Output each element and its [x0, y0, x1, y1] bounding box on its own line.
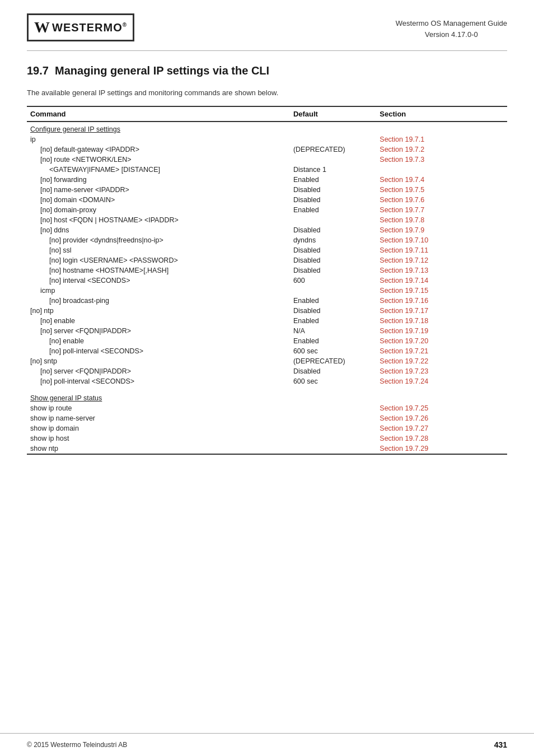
default-cell	[291, 286, 377, 296]
section-cell: Section 19.7.9	[377, 225, 507, 235]
section-cell: Section 19.7.5	[377, 185, 507, 195]
table-header-row: Command Default Section	[27, 106, 507, 122]
copyright-text: © 2015 Westermo Teleindustri AB	[27, 741, 127, 749]
section-cell: Section 19.7.29	[377, 444, 507, 454]
section-link[interactable]: Section 19.7.2	[380, 146, 424, 153]
table-row: [no] domain-proxyEnabledSection 19.7.7	[27, 205, 507, 215]
cmd-cell: [no] poll-interval <SECONDS>	[27, 346, 291, 356]
section-link[interactable]: Section 19.7.22	[380, 357, 428, 365]
default-cell: dyndns	[291, 235, 377, 245]
default-cell: Disabled	[291, 366, 377, 376]
section-link[interactable]: Section 19.7.20	[380, 337, 428, 345]
table-row: show ntpSection 19.7.29	[27, 444, 507, 454]
section-link[interactable]: Section 19.7.15	[380, 287, 428, 295]
default-cell: Disabled	[291, 225, 377, 235]
section-cell: Section 19.7.28	[377, 433, 507, 444]
default-cell	[291, 413, 377, 423]
section-link[interactable]: Section 19.7.11	[380, 246, 428, 254]
section-link[interactable]: Section 19.7.25	[380, 404, 428, 412]
section-link[interactable]: Section 19.7.28	[380, 435, 428, 442]
section-link[interactable]: Section 19.7.6	[380, 196, 424, 204]
section-link[interactable]: Section 19.7.18	[380, 317, 428, 325]
section-cell: Section 19.7.26	[377, 413, 507, 423]
section-link[interactable]: Section 19.7.17	[380, 307, 428, 315]
section-link[interactable]: Section 19.7.23	[380, 367, 428, 375]
table-row: [no] ntpDisabledSection 19.7.17	[27, 306, 507, 316]
cmd-cell: [no] sntp	[27, 356, 291, 366]
cmd-cell: [no] ddns	[27, 225, 291, 235]
section-link[interactable]: Section 19.7.12	[380, 256, 428, 264]
table-row: [no] domain <DOMAIN>DisabledSection 19.7…	[27, 195, 507, 205]
table-row: [no] sslDisabledSection 19.7.11	[27, 245, 507, 255]
section-link[interactable]: Section 19.7.1	[380, 136, 424, 143]
col-default: Default	[291, 106, 377, 122]
table-row: [no] enableEnabledSection 19.7.20	[27, 336, 507, 346]
section-link[interactable]: Section 19.7.14	[380, 277, 428, 284]
section-cell: Section 19.7.21	[377, 346, 507, 356]
section-link[interactable]: Section 19.7.16	[380, 297, 428, 305]
section-link[interactable]: Section 19.7.5	[380, 186, 424, 194]
section-cell: Section 19.7.12	[377, 255, 507, 265]
intro-text: The available general IP settings and mo…	[27, 88, 507, 97]
table-row: [no] server <FQDN|IPADDR>DisabledSection…	[27, 366, 507, 376]
main-content: 19.7 Managing general IP settings via th…	[0, 64, 534, 455]
cmd-cell: show ip domain	[27, 423, 291, 433]
table-row: [no] forwardingEnabledSection 19.7.4	[27, 175, 507, 185]
default-cell: N/A	[291, 326, 377, 336]
page-header: W WESTErmo® Westermo OS Management Guide…	[0, 0, 534, 50]
table-row: [no] name-server <IPADDR>DisabledSection…	[27, 185, 507, 195]
section-cell: Section 19.7.4	[377, 175, 507, 185]
section-cell: Section 19.7.10	[377, 235, 507, 245]
section-link[interactable]: Section 19.7.3	[380, 156, 424, 164]
section-link[interactable]: Section 19.7.10	[380, 236, 428, 244]
default-cell	[291, 403, 377, 413]
table-row: show ip routeSection 19.7.25	[27, 403, 507, 413]
logo-w-icon: W	[34, 18, 50, 36]
table-row: [no] interval <SECONDS>600Section 19.7.1…	[27, 276, 507, 286]
default-cell: 600 sec	[291, 376, 377, 386]
default-cell: (DEPRECATED)	[291, 356, 377, 366]
section-link[interactable]: Section 19.7.21	[380, 347, 428, 355]
table-row: [no] sntp(DEPRECATED)Section 19.7.22	[27, 356, 507, 366]
doc-version: Version 4.17.0-0	[396, 29, 507, 40]
table-row: [no] provider <dyndns|freedns|no-ip>dynd…	[27, 235, 507, 245]
section-link[interactable]: Section 19.7.27	[380, 424, 428, 432]
section-cell: Section 19.7.16	[377, 296, 507, 306]
cmd-cell: [no] poll-interval <SECONDS>	[27, 376, 291, 386]
section-link[interactable]: Section 19.7.8	[380, 216, 424, 224]
default-cell	[291, 433, 377, 444]
section-cell: Section 19.7.6	[377, 195, 507, 205]
cmd-cell: [no] host <FQDN | HOSTNAME> <IPADDR>	[27, 215, 291, 225]
default-cell: Disabled	[291, 195, 377, 205]
section-cell: Section 19.7.24	[377, 376, 507, 386]
table-row: [no] route <NETWORK/LEN>Section 19.7.3	[27, 155, 507, 165]
default-cell: Enabled	[291, 175, 377, 185]
section-link[interactable]: Section 19.7.4	[380, 176, 424, 184]
section-link[interactable]: Section 19.7.9	[380, 226, 424, 234]
section-cell: Section 19.7.18	[377, 316, 507, 326]
section-cell: Section 19.7.7	[377, 205, 507, 215]
group-label: Configure general IP settings	[27, 122, 507, 134]
section-link[interactable]: Section 19.7.13	[380, 267, 428, 274]
section-link[interactable]: Section 19.7.24	[380, 377, 428, 385]
section-cell: Section 19.7.19	[377, 326, 507, 336]
default-cell	[291, 155, 377, 165]
col-command: Command	[27, 106, 291, 122]
table-row: ipSection 19.7.1	[27, 134, 507, 144]
section-link[interactable]: Section 19.7.19	[380, 327, 428, 335]
cmd-cell: [no] domain-proxy	[27, 205, 291, 215]
default-cell: (DEPRECATED)	[291, 144, 377, 155]
cmd-cell: [no] interval <SECONDS>	[27, 276, 291, 286]
table-row: [no] poll-interval <SECONDS>600 secSecti…	[27, 346, 507, 356]
section-link[interactable]: Section 19.7.26	[380, 414, 428, 422]
cmd-cell: [no] enable	[27, 336, 291, 346]
cmd-cell: <GATEWAY|IFNAME> [DISTANCE]	[27, 165, 291, 175]
section-cell: Section 19.7.11	[377, 245, 507, 255]
default-cell: Disabled	[291, 245, 377, 255]
section-link[interactable]: Section 19.7.29	[380, 445, 428, 452]
cmd-cell: [no] ssl	[27, 245, 291, 255]
cmd-cell: [no] domain <DOMAIN>	[27, 195, 291, 205]
default-cell	[291, 444, 377, 454]
table-row: [no] poll-interval <SECONDS>600 secSecti…	[27, 376, 507, 386]
section-link[interactable]: Section 19.7.7	[380, 206, 424, 214]
